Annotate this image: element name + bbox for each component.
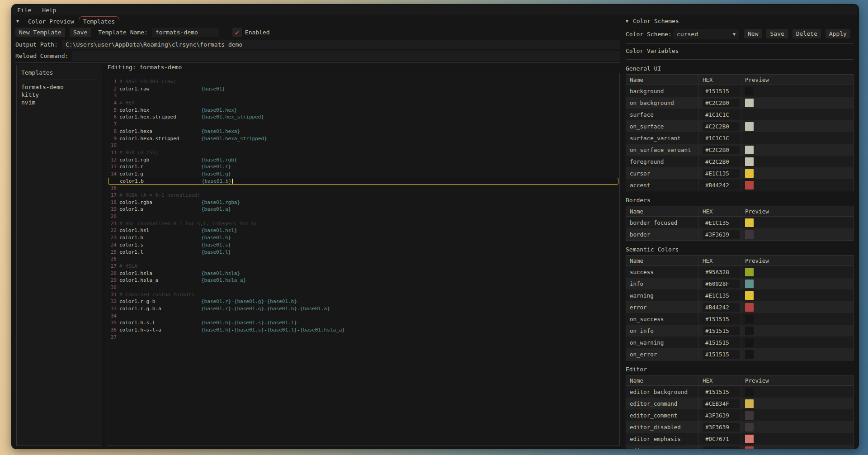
editor-line-7[interactable]: 7 (107, 121, 619, 128)
editor-line-22[interactable]: 22color1.hsl{base01.hsl} (107, 227, 619, 234)
color-swatch[interactable] (745, 435, 754, 443)
template-list-item[interactable]: formats-demo (21, 83, 97, 91)
menu-item-help[interactable]: Help (42, 7, 56, 14)
editor-line-16[interactable]: 16 (107, 185, 619, 192)
hex-input[interactable]: #B44242 (703, 446, 740, 449)
editor-line-36[interactable]: 36color1.h-s-l-a{base01.h}-{base01.s}-{b… (107, 327, 619, 334)
enabled-checkbox[interactable]: ✔ (232, 28, 242, 37)
editor-line-26[interactable]: 26 (107, 256, 619, 263)
editor-line-18[interactable]: 18color1.rgba{base01.rgba} (107, 199, 619, 206)
hex-input[interactable]: #151515 (703, 315, 740, 323)
color-swatch[interactable] (745, 181, 754, 190)
editor-line-33[interactable]: 33color1.r-g-b-a{base01.r}-{base01.g}-{b… (107, 305, 619, 313)
editor-line-4[interactable]: 4# HEX (107, 100, 619, 107)
save-scheme-button[interactable]: Save (766, 29, 788, 38)
hex-input[interactable]: #C2C2B0 (703, 99, 740, 107)
new-scheme-button[interactable]: New (744, 29, 762, 38)
color-swatch[interactable] (745, 303, 754, 312)
editor-line-30[interactable]: 30 (107, 284, 619, 291)
editor-line-37[interactable]: 37 (107, 334, 619, 341)
editor-line-11[interactable]: 11# RGB (0-255) (107, 149, 619, 156)
editor-line-8[interactable]: 8color1.hexa{base01.hexa} (107, 128, 619, 135)
hex-input[interactable]: #E1C135 (703, 218, 740, 227)
editor-line-19[interactable]: 19color1.a{base01.a} (107, 206, 619, 213)
color-swatch[interactable] (745, 169, 754, 178)
hex-input[interactable]: #3F3639 (703, 423, 740, 431)
editor-line-23[interactable]: 23color1.h{base01.h} (107, 234, 619, 242)
editor-line-9[interactable]: 9color1.hexa.stripped{base01.hexa_stripp… (107, 135, 619, 142)
hex-input[interactable]: #151515 (703, 327, 740, 335)
color-swatch[interactable] (745, 350, 754, 359)
template-list-item[interactable]: kitty (21, 91, 97, 99)
template-name-input[interactable]: formats-demo (152, 28, 219, 37)
hex-input[interactable]: #B44242 (703, 181, 740, 190)
editor-line-34[interactable]: 34 (107, 313, 619, 320)
color-swatch[interactable] (745, 338, 754, 347)
editor-line-2[interactable]: 2color1.raw{base01} (107, 85, 619, 93)
hex-input[interactable]: #151515 (703, 350, 740, 359)
editor-line-35[interactable]: 35color1.h-s-l{base01.h}-{base01.s}-{bas… (107, 319, 619, 327)
editor-line-6[interactable]: 6color1.hex.stripped{base01.hex_stripped… (107, 114, 619, 121)
color-swatch[interactable] (745, 388, 754, 396)
color-swatch[interactable] (745, 411, 754, 420)
hex-input[interactable]: #B44242 (703, 303, 740, 312)
delete-scheme-button[interactable]: Delete (793, 29, 821, 38)
hex-input[interactable]: #E1C135 (703, 169, 740, 178)
hex-input[interactable]: #1C1C1C (703, 110, 740, 119)
color-swatch[interactable] (745, 399, 754, 408)
color-swatch[interactable] (745, 423, 754, 431)
editor-line-10[interactable]: 10 (107, 142, 619, 149)
hex-input[interactable]: #60928F (703, 280, 740, 288)
editor-line-32[interactable]: 32color1.r-g-b{base01.r}-{base01.g}-{bas… (107, 298, 619, 305)
reload-command-input[interactable] (72, 51, 620, 61)
color-swatch[interactable] (745, 157, 754, 166)
editor-line-12[interactable]: 12color1.rgb{base01.rgb} (107, 156, 619, 164)
color-swatch[interactable] (745, 268, 754, 276)
color-swatch[interactable] (745, 218, 754, 227)
color-swatch[interactable] (745, 327, 754, 335)
editor-line-17[interactable]: 17# RGBA (A = 0-1 normalized) (107, 192, 619, 199)
color-swatch[interactable] (745, 134, 754, 142)
hex-input[interactable]: #DC7671 (703, 435, 740, 443)
save-template-button[interactable]: Save (70, 28, 91, 37)
editor-line-29[interactable]: 29color1.hsla_a{base01.hsla_a} (107, 277, 619, 284)
color-swatch[interactable] (745, 446, 754, 449)
hex-input[interactable]: #C2C2B0 (703, 157, 740, 166)
color-swatch[interactable] (745, 280, 754, 288)
editor-line-15[interactable]: color1.b{base01.b} (107, 178, 619, 185)
editor-line-24[interactable]: 24color1.s{base01.s} (107, 242, 619, 249)
hex-input[interactable]: #3F3639 (703, 411, 740, 420)
current-line-input[interactable]: color1.b{base01.b} (108, 178, 618, 185)
editor-line-28[interactable]: 28color1.hsla{base01.hsla} (107, 270, 619, 277)
editor-line-1[interactable]: 1# BASE COLORS (raw) (107, 78, 619, 85)
editor-line-5[interactable]: 5color1.hex{base01.hex} (107, 107, 619, 114)
output-path-input[interactable]: C:\Users\user\AppData\Roaming\clrsync\fo… (62, 40, 620, 49)
color-swatch[interactable] (745, 99, 754, 107)
hex-input[interactable]: #C2C2B0 (703, 122, 740, 131)
editor-line-3[interactable]: 3 (107, 92, 619, 100)
color-swatch[interactable] (745, 146, 754, 154)
new-template-button[interactable]: New Template (15, 28, 65, 37)
color-swatch[interactable] (745, 87, 754, 95)
template-editor[interactable]: 1# BASE COLORS (raw)2color1.raw{base01}3… (107, 73, 620, 446)
hex-input[interactable]: #E1C135 (703, 291, 740, 300)
hex-input[interactable]: #1C1C1C (703, 134, 740, 142)
editor-line-21[interactable]: 21# HSL (normalized 0-1 for s,l, integer… (107, 220, 619, 228)
color-schemes-header[interactable]: ▼ Color Schemes (626, 16, 858, 25)
hex-input[interactable]: #151515 (703, 388, 740, 396)
editor-line-31[interactable]: 31# Combined custom formats (107, 291, 619, 299)
color-swatch[interactable] (745, 291, 754, 300)
tab-templates[interactable]: Templates (79, 16, 119, 26)
color-scheme-select[interactable]: cursed ▼ (673, 29, 739, 39)
color-swatch[interactable] (745, 110, 754, 119)
menu-item-file[interactable]: File (17, 7, 31, 14)
editor-line-27[interactable]: 27# HSLA (107, 263, 619, 270)
editor-line-20[interactable]: 20 (107, 213, 619, 220)
editor-line-13[interactable]: 13color1.r{base01.r} (107, 163, 619, 171)
color-swatch[interactable] (745, 122, 754, 131)
apply-scheme-button[interactable]: Apply (826, 29, 850, 38)
template-list-item[interactable]: nvim (21, 99, 97, 106)
tab-list-arrow-icon[interactable]: ▼ (12, 19, 24, 24)
hex-input[interactable]: #3F3639 (703, 230, 740, 239)
tab-color-preview[interactable]: Color Preview (24, 16, 79, 26)
